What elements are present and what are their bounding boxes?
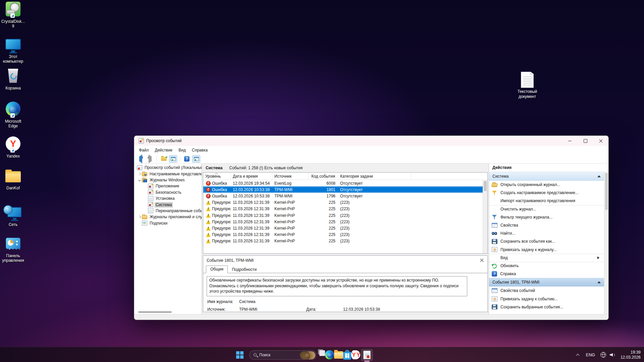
back-button[interactable]	[137, 155, 145, 163]
tab-general[interactable]: Общие	[206, 265, 228, 273]
desktop-icon[interactable]: Этот компьютер	[0, 35, 26, 64]
title-bar[interactable]: Просмотр событий	[134, 136, 608, 146]
menu-item[interactable]: Вид	[175, 147, 189, 154]
action-item[interactable]: Найти...	[489, 229, 604, 237]
column-header-source[interactable]: Источник	[272, 173, 308, 180]
tree-item[interactable]: Подписки	[134, 220, 202, 226]
event-list-scrollbar[interactable]	[483, 180, 487, 253]
action-item[interactable]: Привязать задачу к журналу...	[489, 246, 604, 254]
language-indicator[interactable]: ENG	[586, 353, 595, 357]
actions-scrollbar[interactable]	[604, 172, 608, 314]
toggle-console-tree-button[interactable]	[169, 155, 177, 163]
event-row[interactable]: Ошибка 12.03.2026 19:34:54 EventLog 6008…	[203, 180, 487, 186]
close-button[interactable]	[593, 136, 608, 146]
tree-item[interactable]: Настраиваемые представления	[134, 171, 202, 177]
menu-item[interactable]: Действие	[152, 147, 176, 154]
taskbar-app-button[interactable]	[351, 350, 360, 359]
action-item[interactable]: Вид	[489, 254, 604, 262]
tree-expander-icon[interactable]	[137, 221, 142, 226]
search-input[interactable]: Поиск	[249, 350, 316, 360]
action-item[interactable]: Привязать задачу к событию...	[489, 295, 604, 303]
tree-expander-icon[interactable]	[137, 215, 142, 219]
event-row[interactable]: Предупреж... 11.03.2026 12:31:39 Kernel-…	[203, 212, 487, 219]
column-header-event-id[interactable]: Код события	[308, 173, 338, 180]
action-item[interactable]: Свойства событий	[489, 287, 604, 295]
taskbar-app-event-viewer[interactable]	[360, 347, 374, 362]
event-id: 225	[308, 220, 338, 224]
action-label: Вид	[500, 255, 508, 260]
hidden-icons-chevron-icon[interactable]	[577, 353, 580, 356]
tree-item[interactable]: Система	[134, 201, 202, 207]
network-globe-icon[interactable]	[600, 352, 606, 358]
action-item[interactable]: Фильтр текущего журнала...	[489, 213, 604, 221]
desktop-icon-art	[5, 171, 21, 182]
maximize-button[interactable]	[578, 136, 593, 146]
column-header-level[interactable]: Уровень	[203, 173, 231, 180]
search-icon	[254, 353, 257, 356]
actions-section-event[interactable]: Событие 1801, TPM-WMI	[489, 278, 604, 287]
desktop-icon[interactable]: CrystalDisk... 9	[0, 0, 26, 28]
desktop-icon[interactable]: Microsoft Edge	[0, 100, 26, 128]
action-item[interactable]: Импорт настраиваемого представления	[489, 197, 604, 205]
action-item[interactable]: Создать настраиваемое представление...	[489, 189, 604, 197]
tree-item[interactable]: Журналы приложений и служб	[134, 214, 202, 220]
event-row[interactable]: Предупреж... 11.03.2026 12:31:39 Kernel-…	[203, 238, 487, 244]
taskbar-app-button[interactable]	[319, 350, 325, 356]
toggle-action-pane-button[interactable]	[192, 155, 200, 163]
event-row[interactable]: Предупреж... 11.03.2026 12:31:39 Kernel-…	[203, 225, 487, 231]
event-row[interactable]: Ошибка 12.03.2026 10:53:38 TPM-WMI 1796 …	[203, 193, 487, 199]
clock[interactable]: 19:39 12.03.2026	[621, 350, 641, 360]
action-item[interactable]: Открыть сохраненный журнал...	[489, 181, 604, 189]
help-button[interactable]	[183, 155, 191, 163]
action-item[interactable]: Сохранить выбранные события...	[489, 303, 604, 311]
event-row[interactable]: Предупреж... 11.03.2026 12:31:39 Kernel-…	[203, 206, 487, 212]
desktop-icon[interactable]: Сеть	[0, 203, 26, 227]
taskbar-app-button[interactable]	[334, 351, 343, 358]
tree-expander-icon[interactable]	[137, 178, 142, 182]
collapse-icon[interactable]	[597, 281, 601, 283]
column-header-datetime[interactable]: Дата и время	[231, 173, 272, 180]
column-header-task-category[interactable]: Категория задачи	[338, 173, 411, 180]
taskbar-app-button[interactable]	[325, 350, 334, 359]
desktop-icon[interactable]: DanKof	[0, 167, 26, 190]
tree-horizontal-scrollbar[interactable]	[136, 311, 200, 313]
desktop-icon[interactable]: Yandex	[0, 135, 26, 159]
action-icon	[492, 206, 497, 212]
action-item[interactable]: Справка	[489, 270, 604, 278]
action-item[interactable]: Сохранить все события как...	[489, 237, 604, 245]
event-level: Предупреж...	[212, 239, 231, 243]
action-item[interactable]: Свойства	[489, 221, 604, 229]
tree-item[interactable]: Установка	[134, 195, 202, 201]
menu-item[interactable]: Справка	[189, 147, 211, 154]
tree-expander-icon[interactable]	[137, 172, 142, 176]
collapse-icon[interactable]	[597, 175, 601, 177]
start-button[interactable]	[233, 347, 246, 362]
scrollbar-thumb[interactable]	[138, 311, 172, 313]
taskbar-app-button[interactable]	[343, 352, 351, 359]
tree-item[interactable]: Приложение	[134, 183, 202, 189]
desktop-icon-text-document[interactable]: Текстовый документ	[510, 72, 545, 99]
tab-details[interactable]: Подробности	[228, 266, 261, 273]
tree-item[interactable]: Перенаправленные события	[134, 208, 202, 214]
menu-item[interactable]: Файл	[136, 147, 152, 154]
event-row[interactable]: Предупреж... 11.03.2026 12:31:39 Kernel-…	[203, 219, 487, 225]
tree-item[interactable]: Журналы Windows	[134, 177, 202, 183]
actions-section-system[interactable]: Система	[489, 172, 604, 181]
event-description[interactable]: Обновленные сертификаты безопасной загру…	[207, 276, 467, 296]
desktop-icon[interactable]: Панель управления	[0, 234, 26, 263]
forward-button[interactable]	[146, 155, 154, 163]
action-item[interactable]: Очистить журнал...	[489, 205, 604, 213]
tree-item[interactable]: Безопасность	[134, 189, 202, 195]
event-row[interactable]: Ошибка 12.03.2026 10:53:38 TPM-WMI 1801 …	[203, 186, 487, 193]
desktop-icon[interactable]: Корзина	[0, 67, 26, 90]
minimize-button[interactable]	[562, 136, 578, 146]
close-details-icon[interactable]	[480, 258, 484, 262]
scrollbar-thumb[interactable]	[605, 173, 608, 210]
scrollbar-thumb[interactable]	[484, 181, 487, 191]
volume-icon[interactable]	[610, 352, 616, 358]
open-saved-log-button[interactable]	[160, 155, 168, 163]
event-row[interactable]: Предупреж... 11.03.2026 12:31:39 Kernel-…	[203, 199, 487, 206]
action-item[interactable]: Обновить	[489, 262, 604, 270]
event-row[interactable]: Предупреж... 11.03.2026 12:31:39 Kernel-…	[203, 232, 487, 238]
tree-item[interactable]: Просмотр событий (Локальный)	[134, 165, 202, 171]
